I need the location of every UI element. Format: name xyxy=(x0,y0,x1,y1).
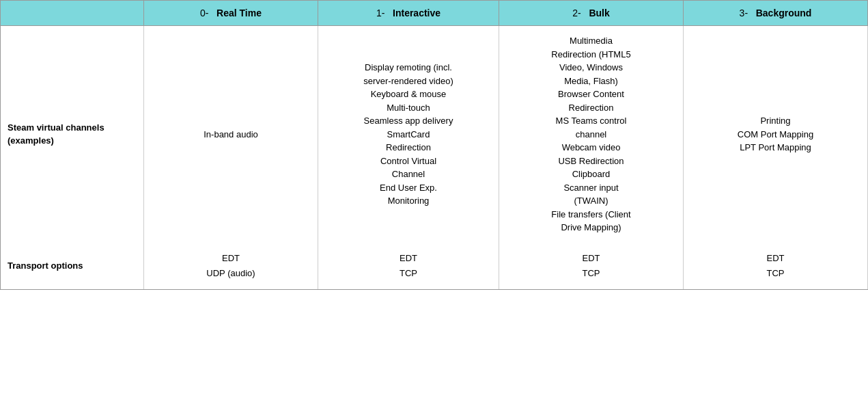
transport-label: Transport options xyxy=(1,243,144,290)
main-table: 0- Real Time 1- Interactive 2- Bulk 3- B… xyxy=(0,0,868,290)
transport-row: Transport options EDTUDP (audio) EDTTCP … xyxy=(1,243,868,290)
virtual-channels-col3: MultimediaRedirection (HTML5Video, Windo… xyxy=(499,26,684,243)
virtual-channels-label: Steam virtual channels(examples) xyxy=(1,26,144,243)
header-col2: 1- Interactive xyxy=(318,1,499,26)
header-col1: 0- Real Time xyxy=(144,1,318,26)
virtual-channels-col4: PrintingCOM Port MappingLPT Port Mapping xyxy=(684,26,868,243)
transport-col3: EDTTCP xyxy=(499,243,684,290)
transport-col1: EDTUDP (audio) xyxy=(144,243,318,290)
header-col0 xyxy=(1,1,144,26)
virtual-channels-col2: Display remoting (incl.server-rendered v… xyxy=(318,26,499,243)
virtual-channels-row: Steam virtual channels(examples) In-band… xyxy=(1,26,868,243)
transport-col4: EDTTCP xyxy=(684,243,868,290)
virtual-channels-col1: In-band audio xyxy=(144,26,318,243)
transport-col2: EDTTCP xyxy=(318,243,499,290)
header-col3: 2- Bulk xyxy=(499,1,684,26)
header-col4: 3- Background xyxy=(684,1,868,26)
header-row: 0- Real Time 1- Interactive 2- Bulk 3- B… xyxy=(1,1,868,26)
